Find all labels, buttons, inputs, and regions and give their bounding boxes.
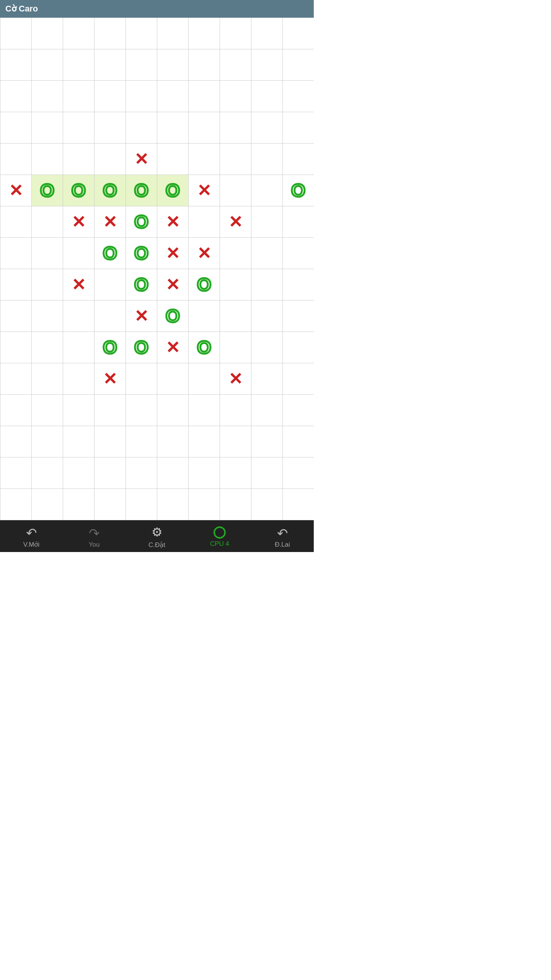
cell[interactable]: O [283,175,314,206]
cell[interactable] [32,238,63,269]
cell[interactable] [220,332,251,363]
cell[interactable] [157,489,189,520]
cell[interactable] [126,489,157,520]
cell[interactable] [126,457,157,489]
cell[interactable] [157,457,189,489]
cell[interactable] [189,363,220,395]
cell[interactable] [189,144,220,175]
cell[interactable] [189,489,220,520]
cell[interactable]: O [126,175,157,206]
cell[interactable]: O [95,332,126,363]
undo-button[interactable]: ↶ Đ.Lai [267,526,298,549]
cell[interactable] [0,332,32,363]
cell[interactable] [189,81,220,112]
cell[interactable] [63,49,95,81]
cell[interactable] [283,489,314,520]
cell[interactable] [0,457,32,489]
cell[interactable] [220,112,251,144]
cell[interactable] [32,206,63,238]
cell[interactable] [189,112,220,144]
cell[interactable] [189,206,220,238]
cell[interactable]: O [126,206,157,238]
cell[interactable] [283,238,314,269]
cell[interactable] [95,112,126,144]
cell[interactable] [157,426,189,457]
cell[interactable]: ✕ [157,206,189,238]
cell[interactable] [251,144,283,175]
cell[interactable] [126,81,157,112]
cell[interactable] [189,457,220,489]
cell[interactable] [283,18,314,49]
cell[interactable] [63,457,95,489]
cell[interactable] [189,301,220,332]
game-board[interactable]: ✕✕OOOOO✕O✕✕O✕✕OO✕✕✕O✕O✕OOO✕O✕✕ [0,18,314,520]
new-game-button[interactable]: ↶ V.Mới [16,525,47,549]
cell[interactable]: O [126,332,157,363]
cell[interactable] [0,301,32,332]
cell[interactable] [283,49,314,81]
cell[interactable] [95,426,126,457]
cell[interactable] [251,489,283,520]
cell[interactable] [251,112,283,144]
cell[interactable] [251,426,283,457]
cell[interactable] [126,18,157,49]
cell[interactable] [251,395,283,426]
cell[interactable]: ✕ [157,332,189,363]
cell[interactable]: O [126,269,157,301]
cell[interactable] [0,81,32,112]
cell[interactable] [126,395,157,426]
cell[interactable] [126,363,157,395]
cell[interactable]: O [189,269,220,301]
cell[interactable] [157,81,189,112]
cell[interactable]: O [63,175,95,206]
cell[interactable] [251,81,283,112]
cell[interactable] [95,49,126,81]
cell[interactable] [283,457,314,489]
cell[interactable] [251,238,283,269]
cell[interactable] [0,426,32,457]
cell[interactable] [251,206,283,238]
cell[interactable] [32,332,63,363]
cell[interactable]: O [157,175,189,206]
cell[interactable] [95,269,126,301]
cell[interactable] [63,426,95,457]
cell[interactable]: ✕ [220,363,251,395]
cell[interactable] [32,81,63,112]
cell[interactable] [32,49,63,81]
cell[interactable] [32,395,63,426]
cell[interactable]: ✕ [189,175,220,206]
cell[interactable] [32,457,63,489]
cell[interactable] [126,49,157,81]
cell[interactable] [283,269,314,301]
cell[interactable]: ✕ [220,206,251,238]
cell[interactable] [95,395,126,426]
cell[interactable] [251,18,283,49]
cell[interactable] [32,363,63,395]
cell[interactable] [220,238,251,269]
cell[interactable] [251,175,283,206]
cell[interactable] [32,144,63,175]
cell[interactable] [157,363,189,395]
cell[interactable] [0,489,32,520]
cell[interactable] [220,144,251,175]
cell[interactable] [95,301,126,332]
cell[interactable] [220,301,251,332]
cell[interactable] [283,395,314,426]
cell[interactable]: O [95,238,126,269]
cell[interactable] [220,81,251,112]
cell[interactable] [283,363,314,395]
cell[interactable] [220,18,251,49]
cell[interactable] [0,363,32,395]
cell[interactable] [63,301,95,332]
cell[interactable] [251,301,283,332]
cell[interactable] [189,18,220,49]
cell[interactable] [63,18,95,49]
cell[interactable] [157,18,189,49]
cell[interactable]: ✕ [63,206,95,238]
cell[interactable] [95,144,126,175]
cell[interactable] [251,363,283,395]
cell[interactable] [0,238,32,269]
cell[interactable] [63,332,95,363]
cell[interactable] [283,301,314,332]
cell[interactable] [220,269,251,301]
